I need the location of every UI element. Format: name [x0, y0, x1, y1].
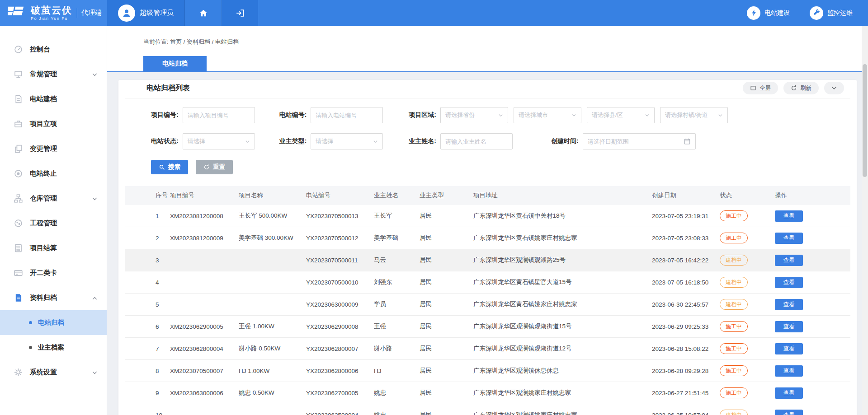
table-cell: 广东深圳龙华区黄石镇中关村18号	[473, 212, 652, 220]
date-range-picker[interactable]	[583, 133, 696, 149]
home-icon	[198, 8, 208, 18]
view-button[interactable]: 查看	[775, 365, 803, 377]
table-cell: 王长军	[374, 212, 420, 220]
tab-station-archive[interactable]: 电站归档	[143, 56, 207, 71]
table-cell: 姚忠	[374, 389, 420, 397]
view-button[interactable]: 查看	[775, 321, 803, 332]
status-badge: 施工中	[720, 321, 748, 332]
project-no-input[interactable]	[183, 107, 255, 123]
table-cell: 2023-07-05 23:19:31	[652, 213, 720, 219]
table-cell: 居民	[420, 212, 473, 220]
table-cell: 王强 1.00KW	[239, 322, 306, 331]
reset-button[interactable]: 重置	[196, 160, 233, 174]
table-cell: 2023-06-28 15:08:22	[652, 345, 720, 352]
sidebar-item-project-initiation[interactable]: 项目立项	[0, 112, 107, 136]
column-header: 项目名称	[239, 191, 306, 200]
action-cell: 查看	[775, 365, 850, 377]
sidebar-item-engineering-management[interactable]: 工程管理	[0, 211, 107, 236]
table-cell: XM2023062900005	[170, 323, 239, 330]
user-menu[interactable]: 超级管理员	[107, 0, 185, 26]
table-cell: 9	[125, 390, 170, 396]
view-button[interactable]: 查看	[775, 343, 803, 354]
sidebar-item-change-management[interactable]: 变更管理	[0, 136, 107, 161]
view-button[interactable]: 查看	[775, 299, 803, 310]
village-select[interactable]: 请选择村镇/街道	[660, 107, 728, 123]
sidebar-item-general-management[interactable]: 常规管理	[0, 62, 107, 87]
status-cell: 施工中	[720, 343, 775, 354]
table-cell: 居民	[420, 278, 473, 286]
table-row: 5YX2023063000009学员居民广东深圳龙华区黄石镇姚家庄村姚忠家202…	[125, 294, 850, 316]
sidebar-item-second-class-card[interactable]: 开二类卡	[0, 261, 107, 285]
district-select[interactable]: 请选择县/区	[587, 107, 655, 123]
table-cell: YX2023063000009	[306, 301, 374, 308]
filter-row-1: 项目编号: 电站编号: 项目区域: 请选择省份 请选择城市	[151, 107, 850, 123]
status-cell: 施工中	[720, 321, 775, 332]
chevron-down-icon	[498, 113, 503, 118]
breadcrumb: 当前位置: 首页 / 资料归档 / 电站归档	[107, 26, 868, 46]
sidebar-item-console[interactable]: 控制台	[0, 37, 107, 62]
table-row: 1XM2023081200008王长军 500.00KWYX2023070500…	[125, 205, 850, 227]
status-badge: 施工中	[720, 365, 748, 376]
table-cell: 10	[125, 412, 170, 415]
view-button[interactable]: 查看	[775, 233, 803, 244]
filter-row-2: 电站状态: 请选择 业主类型: 请选择 业主姓名:	[151, 133, 850, 149]
search-button[interactable]: 搜索	[151, 160, 188, 174]
filter-owner-name: 业主姓名:	[409, 133, 513, 149]
date-range-input[interactable]	[588, 138, 684, 145]
chevron-down-icon	[645, 113, 650, 118]
filter-actions: 搜索 重置	[151, 160, 850, 174]
logout-button[interactable]	[222, 0, 258, 26]
fullscreen-button[interactable]: 全屏	[743, 82, 778, 94]
view-button[interactable]: 查看	[775, 277, 803, 288]
collapse-button[interactable]	[824, 82, 844, 94]
view-button[interactable]: 查看	[775, 210, 803, 222]
city-select[interactable]: 请选择城市	[514, 107, 581, 123]
sidebar-subitem-station-archive[interactable]: 电站归档	[0, 310, 107, 335]
action-cell: 查看	[775, 343, 850, 354]
owner-name-input[interactable]	[440, 133, 513, 149]
sidebar-item-station-filing[interactable]: 电站建档	[0, 87, 107, 112]
table-cell: 谢小路 0.50KW	[239, 345, 306, 353]
table-cell: 学员	[374, 300, 420, 308]
header-nav-monitor-operations[interactable]: 监控运维	[810, 6, 853, 20]
scrollbar[interactable]	[862, 26, 868, 415]
status-cell: 施工中	[720, 233, 775, 243]
sidebar-menu: 控制台常规管理电站建档项目立项变更管理电站终止仓库管理工程管理项目结算开二类卡资…	[0, 37, 107, 385]
view-button[interactable]: 查看	[775, 387, 803, 399]
header-nav-station-construction[interactable]: 电站建设	[747, 6, 790, 20]
app-subtitle: Po Jian Yun Fu	[31, 16, 72, 21]
monitor-icon	[14, 70, 23, 79]
sidebar-item-warehouse-management[interactable]: 仓库管理	[0, 186, 107, 211]
province-select[interactable]: 请选择省份	[440, 107, 508, 123]
panel-title: 电站归档列表	[146, 84, 190, 93]
scrollbar-thumb[interactable]	[863, 64, 867, 177]
sidebar-item-data-archive[interactable]: 资料归档	[0, 285, 107, 310]
owner-type-select[interactable]: 请选择	[311, 133, 383, 149]
sidebar-item-project-settlement[interactable]: 项目结算	[0, 236, 107, 261]
sidebar-subitem-owner-archive[interactable]: 业主档案	[0, 335, 107, 360]
filter-station-no: 电站编号:	[279, 107, 383, 123]
sidebar-item-system-settings[interactable]: 系统设置	[0, 360, 107, 385]
view-button[interactable]: 查看	[775, 255, 803, 266]
dashboard-icon	[14, 45, 23, 54]
chevron-down-icon	[571, 113, 576, 118]
column-header: 业主类型	[420, 191, 473, 200]
table-cell: 美学基础	[374, 234, 420, 242]
table-cell: 广东深圳龙华区黄石镇姚家庄村姚忠家	[473, 234, 652, 242]
status-badge: 建档中	[720, 255, 748, 266]
status-badge: 施工中	[720, 210, 748, 221]
home-button[interactable]	[185, 0, 222, 26]
sidebar-item-station-termination[interactable]: 电站终止	[0, 161, 107, 186]
table-cell: HJ	[374, 368, 420, 374]
station-no-input[interactable]	[311, 107, 383, 123]
status-badge: 建档中	[720, 410, 748, 415]
table-cell: 4	[125, 279, 170, 286]
view-button[interactable]: 查看	[775, 410, 803, 415]
sitemap-icon	[14, 194, 23, 203]
station-status-select[interactable]: 请选择	[183, 133, 255, 149]
table-cell: XM2023081200009	[170, 235, 239, 242]
calendar-icon	[684, 138, 691, 145]
refresh-button[interactable]: 刷新	[783, 82, 819, 94]
table-cell: YX2023070500010	[306, 279, 374, 286]
table-row: 3YX2023070500011马云居民广东深圳龙华区观澜镇观湖路25号2023…	[125, 249, 850, 271]
